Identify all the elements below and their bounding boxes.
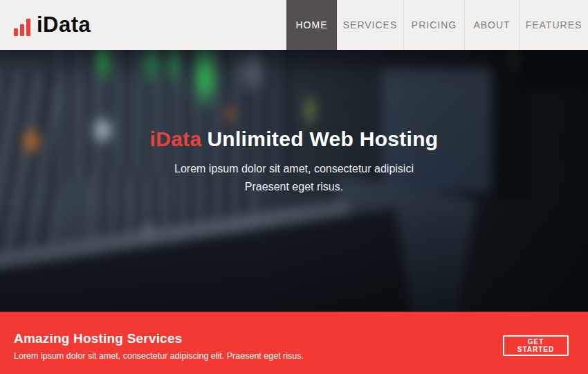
hero-subtitle-line2: Praesent eget risus.	[245, 181, 343, 193]
hero-title: iDataUnlimited Web Hosting	[0, 127, 588, 151]
brand-logo[interactable]: iData	[14, 0, 91, 50]
hero-subtitle-line1: Lorem ipsum dolor sit amet, consectetur …	[174, 163, 414, 175]
nav-item-pricing[interactable]: PRICING	[403, 0, 464, 50]
nav-item-features[interactable]: FEATURES	[519, 0, 588, 50]
hero-title-accent: iData	[150, 127, 202, 150]
site-header: iData HOME SERVICES PRICING ABOUT FEATUR…	[0, 0, 588, 50]
main-nav: HOME SERVICES PRICING ABOUT FEATURES	[286, 0, 588, 50]
hero-section: iDataUnlimited Web Hosting Lorem ipsum d…	[0, 50, 588, 312]
hero-title-rest: Unlimited Web Hosting	[207, 127, 438, 150]
cta-heading: Amazing Hosting Services	[14, 331, 182, 346]
nav-item-about[interactable]: ABOUT	[464, 0, 519, 50]
cta-text: Lorem ipsum dolor sit amet, consectetur …	[14, 351, 304, 361]
hero-subtitle: Lorem ipsum dolor sit amet, consectetur …	[0, 160, 588, 197]
get-started-button[interactable]: GET STARTED	[503, 335, 569, 356]
bar-chart-icon	[14, 19, 30, 36]
nav-item-home[interactable]: HOME	[286, 0, 337, 50]
brand-name: iData	[37, 12, 91, 37]
nav-item-services[interactable]: SERVICES	[337, 0, 403, 50]
hero-text-block: iDataUnlimited Web Hosting Lorem ipsum d…	[0, 127, 588, 197]
cta-band: Amazing Hosting Services Lorem ipsum dol…	[0, 312, 588, 374]
